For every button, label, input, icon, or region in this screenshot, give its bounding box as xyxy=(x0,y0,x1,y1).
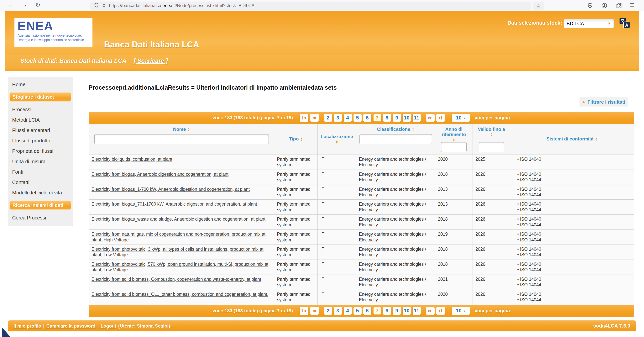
sort-icon[interactable]: ▲▼ xyxy=(453,138,455,142)
table-row: Electricity from photovoltaic, 3 kWp, al… xyxy=(89,244,634,260)
footer-link-il-mio-profilo[interactable]: Il mio profilo xyxy=(14,323,41,328)
stock-select[interactable]: BDILCA ▼ xyxy=(564,19,614,28)
classificazione-filter-input[interactable] xyxy=(360,134,432,144)
page-number-button[interactable]: 6 xyxy=(363,114,372,122)
column-label-nome[interactable]: Nome xyxy=(173,127,186,132)
page-number-button[interactable]: 3 xyxy=(334,307,342,315)
sidebar-item-processi[interactable]: Processi xyxy=(8,104,73,115)
pagination-summary: voci: 183 (183 totale) (pagina 7 di 19) xyxy=(212,308,293,314)
page-number-button[interactable]: 4 xyxy=(344,114,352,122)
page-number-button[interactable]: 3 xyxy=(334,114,342,122)
page-number-button[interactable]: 9 xyxy=(393,114,401,122)
lock-icon[interactable] xyxy=(102,2,106,9)
process-link[interactable]: Electricity from solid biomass, Combusti… xyxy=(92,277,261,282)
sort-icon[interactable]: ▲▼ xyxy=(412,127,414,132)
scrollbar[interactable] xyxy=(640,8,640,332)
language-translate-icon[interactable]: A xyxy=(619,17,630,29)
extensions-puzzle-icon[interactable] xyxy=(616,2,622,10)
sidebar-item-modelli-del-ciclo-di-vita[interactable]: Modelli del ciclo di vita xyxy=(8,188,73,198)
process-link[interactable]: Electricity from biogas_waste and sludge… xyxy=(92,216,266,222)
process-link[interactable]: Electricity from biogas_1-700 kW, Anaero… xyxy=(92,187,250,192)
process-link[interactable]: Electricity bioliquids, combustion, at p… xyxy=(92,157,172,162)
page-next-button[interactable]: ▶▶ xyxy=(426,114,434,122)
column-label-valido[interactable]: Valido fino a xyxy=(478,127,505,132)
sidebar-item-cerca-processi[interactable]: Cerca Processi xyxy=(8,212,73,223)
page-size-select[interactable]: 10∨ xyxy=(452,307,470,315)
page-next-button[interactable]: ▶▶ xyxy=(426,307,434,315)
column-label-localizzazione[interactable]: Localizzazione xyxy=(320,134,353,139)
download-link[interactable]: [ Scaricare ] xyxy=(134,58,168,64)
page-last-button[interactable]: ▶ xyxy=(436,114,445,122)
page-number-button[interactable]: 10 xyxy=(402,114,411,122)
sidebar-item-flussi-elementari[interactable]: Flussi elementari xyxy=(8,125,73,136)
process-link[interactable]: Electricity from photovoltaic, 570 kWp, … xyxy=(92,262,268,272)
page-size-select[interactable]: 10∨ xyxy=(452,114,470,122)
page-number-button[interactable]: 7 xyxy=(373,114,381,122)
sort-icon[interactable]: ▲▼ xyxy=(300,137,303,141)
sidebar-item-proprieta-dei-flussi[interactable]: Proprietà dei flussi xyxy=(8,146,73,156)
page-number-button[interactable]: 6 xyxy=(363,307,372,315)
process-link[interactable]: Electricity from photovoltaic, 3 kWp, al… xyxy=(92,247,263,257)
sidebar-item-fonti[interactable]: Fonti xyxy=(8,167,73,177)
sidebar-item-contatti[interactable]: Contatti xyxy=(8,177,73,188)
cell-conformita: • ISO 14040 xyxy=(510,155,634,170)
page-number-button[interactable]: 2 xyxy=(324,307,332,315)
forward-button[interactable]: → xyxy=(19,1,29,8)
tracking-shield-icon[interactable] xyxy=(94,2,99,9)
sidebar-item-sfogliare-i-dataset[interactable]: Sfogliare i dataset xyxy=(10,92,71,102)
sidebar-item-ricerca-insiemi-di-dati[interactable]: Ricerca insiemi di dati xyxy=(10,200,71,210)
nome-filter-input[interactable] xyxy=(94,134,269,144)
cell-localizzazione: IT xyxy=(318,290,356,305)
page-first-button[interactable]: ◀ xyxy=(300,307,308,315)
page-number-button[interactable]: 8 xyxy=(383,114,391,122)
page-number-button[interactable]: 11 xyxy=(413,307,421,315)
page-last-button[interactable]: ▶ xyxy=(436,307,445,315)
page-number-button[interactable]: 7 xyxy=(373,307,381,315)
sort-icon[interactable]: ▲▼ xyxy=(595,137,598,141)
cell-anno-riferimento: 2020 xyxy=(435,155,473,170)
page-number-button[interactable]: 2 xyxy=(324,114,332,122)
back-button[interactable]: ← xyxy=(6,1,16,8)
page-number-button[interactable]: 8 xyxy=(383,307,391,315)
page-number-button[interactable]: 9 xyxy=(393,307,401,315)
enea-logo[interactable]: ENEA Agenzia nazionale per le nuove tecn… xyxy=(14,18,92,47)
page-number-button[interactable]: 5 xyxy=(354,307,362,315)
page-number-button[interactable]: 10 xyxy=(402,307,411,315)
cell-tipo: Partly terminated system xyxy=(274,170,318,184)
column-label-classificazione[interactable]: Classificazione xyxy=(377,127,410,132)
sort-icon[interactable]: ▲▼ xyxy=(490,132,493,136)
firefox-view-shield-icon[interactable] xyxy=(587,2,593,10)
sidebar-item-unita-di-misura[interactable]: Unità di misura xyxy=(8,156,73,167)
process-link[interactable]: Electricity from biogas_701-1700 kW, Ana… xyxy=(92,202,257,206)
page-first-button[interactable]: ◀ xyxy=(300,114,308,122)
account-icon[interactable] xyxy=(601,2,608,10)
process-link[interactable]: Electricity from solid biomass_CL1_other… xyxy=(92,292,268,297)
bookmark-star-icon[interactable]: ☆ xyxy=(533,2,544,10)
sidebar-item-metodi-lcia[interactable]: Metodi LCIA xyxy=(8,115,73,125)
reload-button[interactable]: ↻ xyxy=(33,1,43,8)
process-link[interactable]: Electricity from biogas, Anaerobic diges… xyxy=(92,172,228,177)
filter-results-button[interactable]: ▶ Filtrare i risultati xyxy=(580,97,628,106)
anno-filter-input[interactable] xyxy=(441,142,466,152)
page-prev-button[interactable]: ◀◀ xyxy=(310,114,319,122)
sidebar-menu: HomeSfogliare i datasetProcessiMetodi LC… xyxy=(8,77,73,226)
dropdown-arrow-icon[interactable]: ▼ xyxy=(605,19,614,28)
url-bar[interactable]: https://bancadatiitalianalca.enea.it/Nod… xyxy=(90,2,531,10)
page-number-button[interactable]: 11 xyxy=(413,114,421,122)
sort-icon[interactable]: ▲▼ xyxy=(188,127,190,132)
footer-link-cambiare-la-password[interactable]: Cambiare la password xyxy=(46,323,96,328)
valido-filter-input[interactable] xyxy=(479,142,504,152)
sidebar-item-home[interactable]: Home xyxy=(8,79,73,90)
footer-link-logout[interactable]: Logout xyxy=(100,323,116,328)
page-number-button[interactable]: 5 xyxy=(354,114,362,122)
sort-icon[interactable]: ▲▼ xyxy=(336,140,338,144)
menu-icon[interactable]: ≡ xyxy=(630,1,634,9)
page-prev-button[interactable]: ◀◀ xyxy=(310,307,319,315)
column-label-conformita[interactable]: Sistemi di conformità xyxy=(546,136,594,142)
page-number-button[interactable]: 4 xyxy=(344,307,352,315)
column-label-anno[interactable]: Anno di riferimento xyxy=(440,127,468,137)
sidebar-item-flussi-di-prodotto[interactable]: Flussi di prodotto xyxy=(8,136,73,146)
browser-toolbar: ← → ↻ https://bancadatiitalianalca.enea.… xyxy=(0,0,644,11)
column-label-tipo[interactable]: Tipo xyxy=(289,136,298,142)
process-link[interactable]: Electricity from natural gas, mix of cog… xyxy=(92,232,266,242)
